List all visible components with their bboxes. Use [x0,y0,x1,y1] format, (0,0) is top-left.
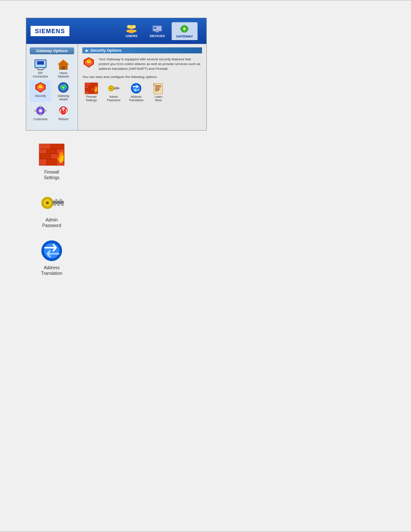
address-large-icon [39,239,65,263]
tab-users-label: USERS [125,34,137,38]
svg-rect-52 [89,86,94,88]
svg-rect-93 [59,199,62,202]
svg-rect-81 [47,149,56,154]
security-icon [34,81,47,93]
firewall-large-label: FirewallSettings [44,169,59,180]
sidebar-item-home-network[interactable]: HomeNetwork [53,58,75,79]
large-icon-admin-password[interactable]: AdminPassword [34,191,69,228]
sidebar-item-reboot[interactable]: Reboot [53,104,75,122]
options-grid: FirewallSettings [82,82,202,103]
svg-point-5 [131,30,137,32]
admin-large-label: AdminPassword [42,217,61,228]
sidebar-item-isp-connection[interactable]: ISPConnection [30,58,51,79]
tab-devices-label: DEVICES [150,34,165,38]
users-tab-icon [125,24,137,33]
svg-rect-8 [156,31,159,32]
option-firewall-settings[interactable]: FirewallSettings [82,82,100,103]
section-header: ▶ Security Options [82,47,202,53]
reboot-icon [56,105,70,117]
options-prompt: You can view and configure the following… [82,75,202,79]
admin-large-icon [39,191,65,215]
svg-rect-37 [40,114,41,116]
svg-rect-49 [85,83,91,86]
svg-point-16 [184,28,185,30]
svg-point-3 [126,30,131,32]
main-content: ▶ Security Options Your Gateway is equ [78,44,206,130]
svg-rect-51 [85,86,89,88]
admin-option-icon [107,82,121,94]
learn-option-label: LearnMore [155,95,162,103]
nav-bar: SIEMENS USERS [26,18,206,44]
sidebar-item-customize[interactable]: Customize [30,104,51,122]
option-admin-password[interactable]: AdminPassword [105,82,123,103]
sidebar-item-security[interactable]: Security [30,81,51,102]
security-desc-icon [82,57,95,69]
svg-point-61 [111,87,112,89]
home-network-icon [56,59,70,71]
svg-rect-86 [47,159,56,165]
svg-rect-11 [157,27,160,28]
sidebar-isp-label: ISPConnection [33,72,48,78]
sidebar: Gateway Options [26,44,78,130]
svg-point-9 [154,30,155,31]
ui-body: Gateway Options [26,44,206,130]
description-area: Your Gateway is equipped with several se… [82,57,202,72]
svg-rect-39 [44,110,47,112]
svg-rect-95 [57,203,60,206]
address-large-label: AddressTranslation [41,265,62,276]
svg-point-90 [46,202,49,205]
svg-point-33 [62,87,64,88]
svg-rect-65 [114,88,115,90]
option-learn-more[interactable]: LearnMore [149,82,168,103]
svg-point-47 [88,60,90,62]
isp-connection-icon [34,59,47,71]
svg-point-4 [132,25,136,28]
tab-users[interactable]: USERS [120,22,143,40]
svg-point-2 [127,25,131,28]
option-address-translation[interactable]: AddressTranslation [127,82,145,103]
sidebar-grid: ISPConnection HomeNetwork [30,58,74,121]
svg-rect-75 [155,90,159,91]
section-bullet: ▶ [86,49,88,53]
gateway-health-icon [56,81,70,93]
svg-rect-74 [155,89,160,90]
nav-tabs: USERS DEV [120,22,198,40]
admin-option-label: AdminPassword [107,95,121,103]
sidebar-title: Gateway Options [30,47,74,54]
section-title: Security Options [90,48,121,53]
svg-rect-92 [55,199,58,202]
svg-rect-79 [51,144,64,149]
tab-devices[interactable]: DEVICES [146,22,169,40]
svg-rect-38 [34,110,37,112]
siemens-logo: SIEMENS [31,26,69,36]
svg-point-30 [40,85,41,87]
svg-point-68 [132,84,140,92]
svg-rect-19 [37,61,44,65]
svg-rect-78 [39,144,51,149]
svg-rect-66 [116,88,118,90]
svg-rect-80 [39,149,47,154]
svg-rect-94 [53,203,56,206]
svg-rect-73 [155,88,159,89]
learn-option-icon [152,82,165,94]
address-option-icon [129,82,143,94]
svg-rect-64 [117,87,118,88]
firewall-large-icon [39,143,65,167]
large-icon-address-translation[interactable]: AddressTranslation [34,239,69,276]
svg-rect-72 [155,87,161,87]
sidebar-gateway-health-label: GatewayHealth [57,94,69,101]
firewall-option-label: FirewallSettings [86,95,97,103]
svg-rect-63 [115,87,116,88]
svg-rect-22 [38,69,43,70]
svg-rect-57 [89,91,94,94]
large-icon-firewall-settings[interactable]: FirewallSettings [34,143,69,180]
sidebar-security-label: Security [35,94,46,98]
sidebar-item-gateway-health[interactable]: GatewayHealth [53,81,75,102]
tab-gateway[interactable]: GATEWAY [171,22,198,40]
gateway-ui-panel: SIEMENS USERS [26,18,207,131]
gateway-tab-icon [178,24,190,34]
tab-gateway-label: GATEWAY [176,34,193,38]
svg-rect-10 [154,27,156,29]
devices-tab-icon [151,24,163,33]
svg-point-98 [44,243,59,258]
